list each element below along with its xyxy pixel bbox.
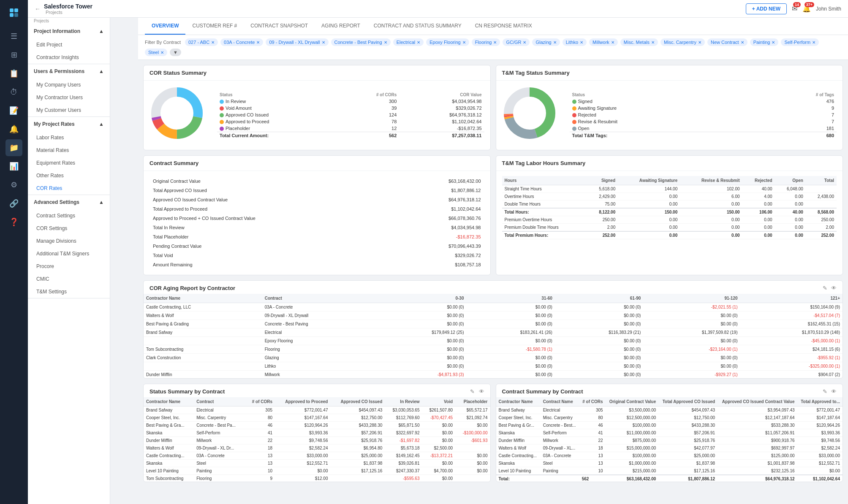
hamburger-icon[interactable]: ☰ xyxy=(5,28,22,45)
tab-contract-status-summary[interactable]: CONTRACT AND STATUS SUMMARY xyxy=(367,18,468,35)
tm-status-rejected: Rejected 7 xyxy=(570,111,837,118)
bell-notification-button[interactable]: 🔔 37+ xyxy=(802,5,811,13)
contract-summary-contract-table-container[interactable]: Contractor Name Contract Name # of CORs … xyxy=(496,397,843,482)
sidebar-edit-project[interactable]: Edit Project xyxy=(28,38,110,51)
filter-chip-misc-metals[interactable]: Misc. Metals ✕ xyxy=(620,38,658,46)
contract-summary-edit-icon[interactable]: ✎ xyxy=(823,388,827,395)
sidebar-cmic[interactable]: CMIC xyxy=(28,273,110,285)
tabs-bar: OVERVIEW CUSTOMER REF # CONTRACT SNAPSHO… xyxy=(138,18,848,35)
filter-chip-lithko[interactable]: Lithko ✕ xyxy=(563,38,587,46)
sidebar-procore[interactable]: Procore xyxy=(28,260,110,273)
sidebar-other-rates[interactable]: Other Rates xyxy=(28,169,110,182)
filter-chip-steel[interactable]: Steel ✕ xyxy=(145,49,167,56)
tm-status-revise: Revise & Resubmit 7 xyxy=(570,118,837,125)
cor-aging-header: COR Aging Report by Contractor ✎ 👁 xyxy=(144,281,843,294)
filter-more-button[interactable]: ▼ xyxy=(170,49,181,56)
csc-row-dunder: Dunder MifflinMillwork22 $875,000.00$25,… xyxy=(496,437,843,444)
cs-row-total-approved-co: Total Approved CO Issued$1,807,886.12 xyxy=(150,186,484,195)
aging-row-tom-flooring: Tom SubcontractingFlooring $0.00 (0)-$1,… xyxy=(144,345,843,354)
sidebar-contractor-insights[interactable]: Contractor Insights xyxy=(28,51,110,64)
sidebar-tm-settings[interactable]: T&M Settings xyxy=(28,285,110,298)
ss-row-tom: Tom SubcontractingFlooring9 $12.00-$595.… xyxy=(144,475,490,482)
projects-nav-icon[interactable]: 📁 xyxy=(5,139,22,156)
cor-status-table: Status # of CORs COR Value In Review 300 xyxy=(217,92,484,139)
tab-aging-report[interactable]: AGING REPORT xyxy=(315,18,367,35)
tab-overview[interactable]: OVERVIEW xyxy=(145,18,185,35)
sidebar-my-company-users[interactable]: My Company Users xyxy=(28,79,110,91)
row-4: Status Summary by Contract ✎ 👁 Contracto… xyxy=(143,384,843,482)
tm-status-total: Total T&M Tags: 680 xyxy=(570,132,837,139)
tm-row-double-time: Double Time Hours75.000.000.000.000.00 xyxy=(502,201,837,209)
status-summary-edit-icon[interactable]: ✎ xyxy=(470,388,475,395)
app-logo-icon[interactable] xyxy=(5,4,22,21)
change-notification-nav-icon[interactable]: 🔔 xyxy=(5,121,22,138)
filter-chip-03a[interactable]: 03A - Concrete ✕ xyxy=(220,38,263,46)
sidebar-my-contractor-users[interactable]: My Contractor Users xyxy=(28,91,110,104)
filter-chip-flooring[interactable]: Flooring ✕ xyxy=(472,38,500,46)
draft-cor-nav-icon[interactable]: 📝 xyxy=(5,102,22,119)
resource-center-nav-icon[interactable]: ❓ xyxy=(5,214,22,230)
sidebar-my-customer-users[interactable]: My Customer Users xyxy=(28,104,110,117)
tm-status-awaiting: Awaiting Signature 9 xyxy=(570,105,837,111)
filter-chip-gcgr[interactable]: GC/GR ✕ xyxy=(503,38,530,46)
filter-chip-concrete-bp[interactable]: Concrete - Best Paving ✕ xyxy=(331,38,391,46)
cor-aging-view-icon[interactable]: 👁 xyxy=(831,285,837,291)
advanced-settings-header[interactable]: Advanced Settings ▲ xyxy=(28,195,110,209)
users-permissions-header[interactable]: Users & Permissions ▲ xyxy=(28,64,110,79)
csc-row-castle: Castle Contracting...03A - Concrete13 $1… xyxy=(496,452,843,460)
filter-chip-027[interactable]: 027 - ABC ✕ xyxy=(185,38,218,46)
my-project-rates-header[interactable]: My Project Rates ▲ xyxy=(28,117,110,131)
filter-chip-09-drywall[interactable]: 09 - Drywall - XL Drywall ✕ xyxy=(266,38,328,46)
ss-row-cooper-steel: Cooper Steel, Inc.Misc. Carpentry80 $147… xyxy=(144,414,490,422)
sidebar-additional-tm-signers[interactable]: Additional T&M Signers xyxy=(28,247,110,260)
sidebar-section-project-info: Project Information ▲ Edit Project Contr… xyxy=(28,24,110,64)
tm-log-nav-icon[interactable]: ⏱ xyxy=(5,84,22,100)
csc-row-skanska-self: SkanskaSelf-Perform41 $11,000,000.00$57,… xyxy=(496,429,843,437)
tm-row-overtime: Overtime Hours2,429.000.006.004.000.002,… xyxy=(502,193,837,201)
mail-notification-button[interactable]: ✉ 14 xyxy=(792,5,797,13)
tab-customer-ref[interactable]: CUSTOMER REF # xyxy=(185,18,244,35)
integrations-nav-icon[interactable]: 🔗 xyxy=(5,195,22,212)
sidebar-labor-rates[interactable]: Labor Rates xyxy=(28,131,110,144)
tab-contract-snapshot[interactable]: CONTRACT SNAPSHOT xyxy=(244,18,315,35)
status-summary-view-icon[interactable]: 👁 xyxy=(479,388,484,395)
csc-row-cooper: Cooper Steel, Inc.Misc. Carpentry80 $12,… xyxy=(496,414,843,422)
filter-chip-misc-carpentry[interactable]: Misc. Carpentry ✕ xyxy=(660,38,705,46)
sidebar-cor-settings[interactable]: COR Settings xyxy=(28,222,110,235)
contract-summary-view-icon[interactable]: 👁 xyxy=(831,388,837,395)
csc-row-skanska-steel: SkanskaSteel13 $1,000,000.00$1,837.98$1,… xyxy=(496,460,843,467)
filter-chip-millwork[interactable]: Millwork ✕ xyxy=(589,38,618,46)
cor-aging-edit-icon[interactable]: ✎ xyxy=(823,285,827,291)
filter-chip-electrical[interactable]: Electrical ✕ xyxy=(393,38,424,46)
cor-aging-table-container[interactable]: Contractor Name Contract 0-30 31-60 61-9… xyxy=(144,294,843,378)
dashboard-nav-icon[interactable]: ⊞ xyxy=(5,46,22,63)
settings-nav-icon[interactable]: ⚙ xyxy=(5,176,22,193)
filter-chip-painting[interactable]: Painting ✕ xyxy=(750,38,779,46)
filter-chip-new-contract[interactable]: New Contract ✕ xyxy=(707,38,747,46)
filter-chip-glazing[interactable]: Glazing ✕ xyxy=(532,38,560,46)
back-arrow-top-icon[interactable]: ← xyxy=(35,5,41,12)
svg-rect-0 xyxy=(10,8,14,12)
project-info-header[interactable]: Project Information ▲ xyxy=(28,24,110,38)
add-new-button[interactable]: + ADD NEW xyxy=(746,3,787,14)
filter-chip-epoxy[interactable]: Epoxy Flooring ✕ xyxy=(426,38,469,46)
analytics-nav-icon[interactable]: 📊 xyxy=(5,158,22,175)
sidebar-contract-settings[interactable]: Contract Settings xyxy=(28,209,110,222)
ss-row-brand-safway: Brand SafwayElectrical305 $772,001.47$45… xyxy=(144,406,490,414)
left-nav: ☰ ⊞ 📋 ⏱ 📝 🔔 📁 📊 ⚙ 🔗 ❓ xyxy=(0,0,28,504)
user-menu[interactable]: John Smith xyxy=(816,6,841,12)
ss-row-level10: Level 10 PaintingPainting10 $0.00$17,125… xyxy=(144,467,490,475)
tm-labor-hours-body: Hours Signed Awaiting Signature Revise &… xyxy=(496,171,843,244)
sidebar-equipment-rates[interactable]: Equipment Rates xyxy=(28,157,110,169)
aging-row-lithko: Lithko $0.00 (0)$0.00 (0)$0.00 (0) $0.00… xyxy=(144,362,843,371)
cor-log-nav-icon[interactable]: 📋 xyxy=(5,65,22,82)
filter-chip-self-perform[interactable]: Self-Perform ✕ xyxy=(781,38,819,46)
cor-status-summary-title: COR Status Summary xyxy=(144,65,490,81)
filter-chip-close[interactable]: ✕ xyxy=(211,40,215,45)
sidebar-material-rates[interactable]: Material Rates xyxy=(28,144,110,157)
status-summary-table-container[interactable]: Contractor Name Contract # of CORs Appro… xyxy=(144,397,490,482)
sidebar-manage-divisions[interactable]: Manage Divisions xyxy=(28,235,110,247)
sidebar-cor-rates[interactable]: COR Rates xyxy=(28,182,110,195)
tab-cn-response-matrix[interactable]: CN RESPONSE MATRIX xyxy=(468,18,539,35)
csc-row-walters: Walters & Wolf09-Drywall - XL...18 $15,0… xyxy=(496,444,843,452)
